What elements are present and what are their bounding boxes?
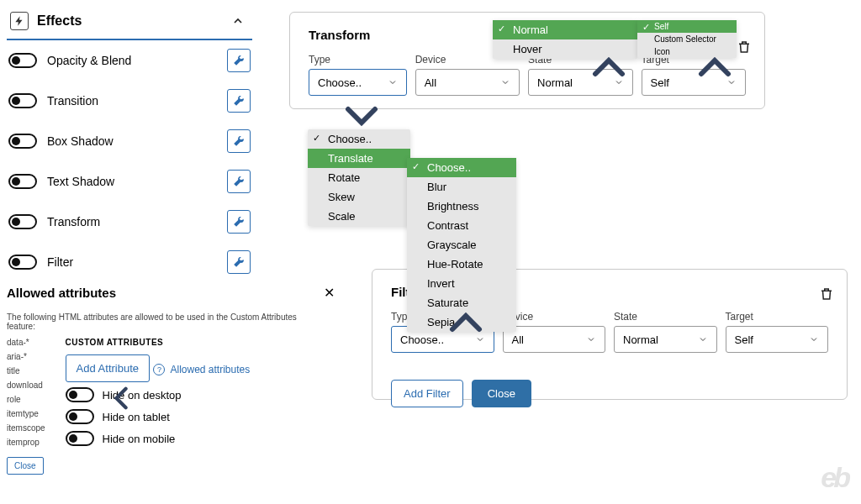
transform-type-dropdown[interactable]: Choose.. Translate Rotate Skew Scale [308,129,410,226]
dropdown-option[interactable]: Choose.. [407,158,516,177]
select-value: Self [735,333,753,346]
add-attribute-button[interactable]: Add Attribute [66,354,150,382]
bolt-icon [10,12,29,30]
close-icon[interactable]: ✕ [320,281,338,304]
dropdown-option[interactable]: Contrast [407,216,516,235]
field-caption: Target [726,311,829,323]
chevron-down-icon [500,77,510,87]
field-caption: Type [309,54,407,66]
effect-row-textshadow: Text Shadow [7,161,252,202]
add-filter-button[interactable]: Add Filter [391,380,463,407]
list-item: itemscope [7,423,45,433]
annotation-arrow-icon [345,104,378,128]
delete-icon[interactable] [818,285,835,303]
chevron-down-icon [586,334,596,344]
effect-row-boxshadow: Box Shadow [7,121,252,161]
dropdown-option[interactable]: Brightness [407,197,516,216]
effect-row-transform: Transform [7,202,252,242]
dropdown-option[interactable]: Hue-Rotate [407,255,516,274]
chevron-up-icon[interactable] [229,12,247,30]
effect-label: Text Shadow [47,175,217,188]
dropdown-option[interactable]: Translate [308,149,410,168]
effect-label: Transition [47,94,217,108]
chevron-down-icon [698,334,708,344]
chevron-down-icon [475,334,485,344]
allowed-attr-list: data-* aria-* title download role itemty… [7,338,45,475]
chevron-down-icon [809,334,819,344]
state-select[interactable]: Normal [614,326,717,353]
field-caption: Device [503,311,606,323]
list-item: title [7,366,45,375]
configure-button[interactable] [227,129,251,153]
list-item: download [7,381,45,390]
list-item: itemtype [7,409,45,418]
delete-icon[interactable] [736,38,753,56]
dropdown-option[interactable]: Blur [407,177,516,197]
dropdown-option[interactable]: Scale [308,207,410,226]
select-value: Self [651,76,669,89]
dropdown-option[interactable]: Self [637,20,737,33]
effect-label: Box Shadow [47,134,217,148]
toggle-transform[interactable] [8,214,37,229]
state-dropdown[interactable]: Normal Hover [493,20,637,59]
dropdown-option[interactable]: Skew [308,187,410,207]
list-item: aria-* [7,352,45,361]
annotation-arrow-icon [698,55,732,79]
toggle-hide-tablet[interactable] [66,409,94,424]
device-select[interactable]: All [415,69,520,96]
field-caption: State [614,311,717,323]
target-dropdown[interactable]: Self Custom Selector Icon [637,20,737,58]
select-value: Choose.. [400,333,444,346]
effect-label: Opacity & Blend [47,54,217,67]
dropdown-option[interactable]: Custom Selector [637,33,737,45]
effect-row-filter: Filter [7,242,252,282]
panel-title: Effects [37,13,220,29]
annotation-arrow-icon [449,311,483,334]
toggle-hide-desktop[interactable] [66,387,94,402]
select-value: All [512,333,524,346]
hide-mobile-row: Hide on mobile [66,428,343,449]
dropdown-option[interactable]: Grayscale [407,235,516,255]
allowed-description: The following HTML attributes are allowe… [7,312,326,331]
configure-button[interactable] [227,250,251,274]
configure-button[interactable] [227,49,251,72]
type-select[interactable]: Choose.. [309,69,407,96]
configure-button[interactable] [227,89,251,113]
close-button[interactable]: Close [472,380,531,407]
allowed-attributes-link[interactable]: ? Allowed attributes [153,364,250,375]
toggle-hide-mobile[interactable] [66,431,94,446]
effects-panel-header[interactable]: Effects [7,7,252,40]
filter-type-dropdown[interactable]: Choose.. Blur Brightness Contrast Graysc… [407,158,516,332]
dropdown-option[interactable]: Choose.. [308,129,410,149]
dropdown-option[interactable]: Saturate [407,293,516,312]
effect-row-transition: Transition [7,81,252,121]
dropdown-option[interactable]: Invert [407,274,516,293]
allowed-link-label: Allowed attributes [170,364,250,375]
toggle-transition[interactable] [8,93,37,108]
toggle-textshadow[interactable] [8,174,37,189]
select-value: All [425,76,436,89]
configure-button[interactable] [227,210,251,234]
dropdown-option[interactable]: Rotate [308,168,410,187]
toggle-filter[interactable] [8,255,37,270]
effect-label: Transform [47,215,217,228]
annotation-arrow-icon [104,386,138,410]
effect-row-opacity: Opacity & Blend [7,40,252,81]
dropdown-option[interactable]: Normal [493,20,637,39]
select-value: Choose.. [318,76,362,89]
select-value: Normal [537,76,573,89]
close-allowed-button[interactable]: Close [7,457,44,475]
annotation-arrow-icon [592,55,626,79]
watermark-logo: eb [821,461,848,494]
help-icon: ? [153,364,165,375]
configure-button[interactable] [227,170,251,193]
list-item: data-* [7,338,45,347]
chevron-down-icon [388,77,398,87]
toggle-opacity[interactable] [8,53,37,68]
list-item: role [7,395,45,404]
target-select[interactable]: Self [726,326,829,353]
device-select[interactable]: All [503,326,606,353]
hide-label: Hide on mobile [103,433,176,445]
toggle-boxshadow[interactable] [8,134,37,149]
custom-attr-heading: CUSTOM ATTRIBUTES [66,338,343,347]
